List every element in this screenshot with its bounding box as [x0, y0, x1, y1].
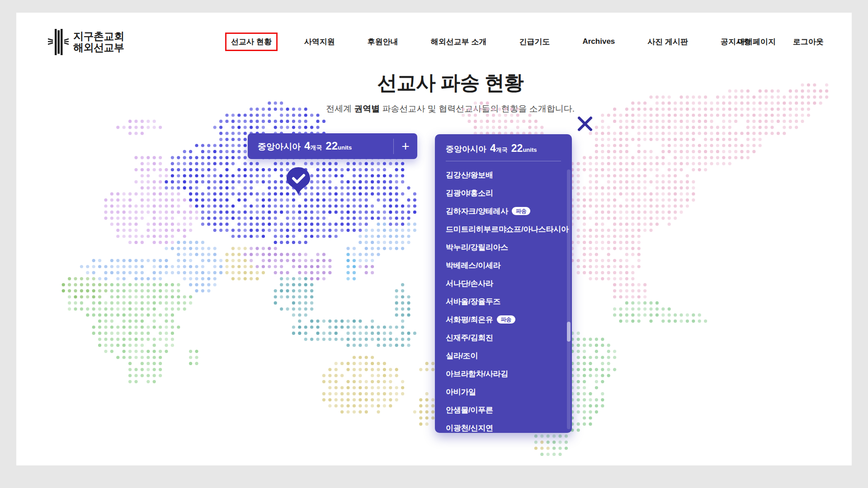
- missionary-item[interactable]: 아브라함차/사라김: [446, 365, 561, 383]
- missionary-item[interactable]: 김하자크/양테레사파송: [446, 202, 561, 220]
- missionary-name: 서화평/최온유: [446, 314, 493, 325]
- page: 지구촌교회 해외선교부 선교사 현황 사역지원 후원안내 해외선교부 소개 긴급…: [0, 0, 868, 488]
- dispatch-badge: 파송: [512, 207, 530, 215]
- missionary-name: 서바울/장율두즈: [446, 296, 500, 307]
- missionary-name: 아비가일: [446, 387, 476, 397]
- missionary-item[interactable]: 실라/조이: [446, 347, 561, 365]
- missionary-item[interactable]: 서화평/최온유파송: [446, 310, 561, 328]
- region-chip[interactable]: 중앙아시아 4 개국 22 units +: [248, 133, 417, 159]
- popup-header: 중앙아시아 4 개국 22 units: [446, 142, 561, 155]
- missionary-name: 서나단/손사라: [446, 278, 493, 289]
- popup-divider: [446, 161, 561, 161]
- missionary-item[interactable]: 김광야/홍소리: [446, 184, 561, 202]
- region-chip-label: 중앙아시아 4 개국 22 units: [258, 140, 393, 153]
- close-icon[interactable]: [577, 116, 593, 132]
- missionary-name: 신재주/김희진: [446, 333, 493, 343]
- missionary-item[interactable]: 김강산/왕보배: [446, 166, 561, 184]
- map-pin-icon[interactable]: [285, 166, 312, 194]
- missionary-name: 박누리/강릴리아스: [446, 242, 508, 253]
- missionary-name: 아브라함차/사라김: [446, 369, 508, 379]
- missionary-item[interactable]: 이광천/신지연: [446, 419, 561, 433]
- missionary-item[interactable]: 서나단/손사라: [446, 274, 561, 292]
- expand-plus-button[interactable]: +: [394, 133, 417, 159]
- missionary-item[interactable]: 드미트리히부르먀쇼프/아나스타시아: [446, 220, 561, 238]
- popup-scrollbar-thumb[interactable]: [567, 322, 571, 342]
- missionary-name: 김광야/홍소리: [446, 188, 493, 198]
- missionary-item[interactable]: 박누리/강릴리아스: [446, 238, 561, 256]
- missionary-item[interactable]: 안샘물/이푸른: [446, 401, 561, 419]
- missionary-name: 김강산/왕보배: [446, 170, 493, 180]
- missionary-name: 실라/조이: [446, 351, 478, 361]
- missionary-name: 박베레스/이세라: [446, 260, 500, 271]
- missionary-name: 안샘물/이푸른: [446, 405, 493, 415]
- popup-scrollbar-track[interactable]: [567, 169, 571, 429]
- missionary-item[interactable]: 신재주/김희진: [446, 328, 561, 347]
- world-dot-map: [0, 0, 868, 488]
- missionary-list: 김강산/왕보배김광야/홍소리김하자크/양테레사파송드미트리히부르먀쇼프/아나스타…: [446, 166, 561, 433]
- missionary-item[interactable]: 아비가일: [446, 383, 561, 401]
- missionary-item[interactable]: 박베레스/이세라: [446, 256, 561, 274]
- missionary-name: 이광천/신지연: [446, 423, 493, 433]
- missionary-name: 김하자크/양테레사: [446, 206, 508, 216]
- region-popup-panel: 중앙아시아 4 개국 22 units 김강산/왕보배김광야/홍소리김하자크/양…: [435, 134, 572, 433]
- dispatch-badge: 파송: [497, 315, 515, 324]
- missionary-item[interactable]: 서바울/장율두즈: [446, 292, 561, 310]
- missionary-name: 드미트리히부르먀쇼프/아나스타시아: [446, 224, 569, 235]
